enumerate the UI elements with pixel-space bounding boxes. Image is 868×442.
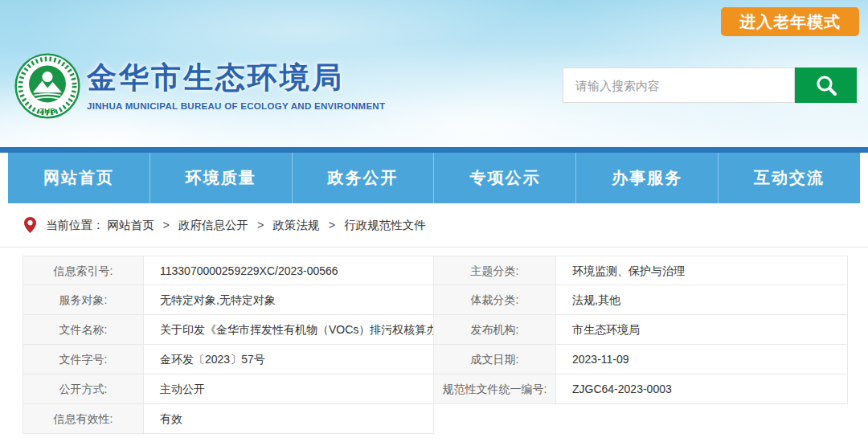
breadcrumb-item-policy[interactable]: 政策法规: [273, 219, 320, 231]
row-value: 市生态环境局: [556, 315, 847, 344]
row-value: 1133070000259229XC/2023-00566: [144, 256, 433, 284]
location-pin-icon: [24, 217, 36, 233]
row-label: 文件名称:: [23, 315, 144, 344]
site-header: 进入老年模式 ZHB 金华市生态环境局 JINHUA MUNICIPAL BUR…: [0, 0, 868, 147]
row-label: 成文日期:: [434, 345, 556, 374]
main-nav: 网站首页 环境质量 政务公开 专项公示 办事服务 互动交流: [8, 153, 860, 203]
row-value: 环境监测、保护与治理: [556, 256, 847, 284]
breadcrumb-separator: >: [257, 219, 264, 231]
table-row: 公开方式: 主动公开: [23, 374, 434, 404]
info-table-left-column: 信息索引号: 1133070000259229XC/2023-00566 服务对…: [23, 256, 434, 434]
table-row: 信息索引号: 1133070000259229XC/2023-00566: [23, 256, 434, 285]
row-value: ZJGC64-2023-0003: [556, 374, 847, 403]
nav-item-env-quality[interactable]: 环境质量: [150, 153, 293, 203]
breadcrumb-item-normative-docs[interactable]: 行政规范性文件: [344, 219, 426, 231]
breadcrumb-item-gov-info[interactable]: 政府信息公开: [178, 219, 248, 231]
site-brand: 金华市生态环境局 JINHUA MUNICIPAL BUREAU OF ECOL…: [87, 58, 385, 111]
row-label: 主题分类:: [434, 256, 556, 284]
site-title-english: JINHUA MUNICIPAL BUREAU OF ECOLOGY AND E…: [87, 101, 385, 111]
breadcrumb-bar: 当前位置： 网站首页 > 政府信息公开 > 政策法规 > 行政规范性文件: [0, 203, 868, 248]
search-bar: [563, 68, 857, 103]
table-row: 成文日期: 2023-11-09: [434, 345, 848, 374]
page: 进入老年模式 ZHB 金华市生态环境局 JINHUA MUNICIPAL BUR…: [0, 0, 868, 442]
row-value: 法规,其他: [556, 285, 847, 314]
row-value: 主动公开: [144, 374, 433, 403]
info-table-right-column: 主题分类: 环境监测、保护与治理 体裁分类: 法规,其他 发布机构: 市生态环境…: [434, 256, 848, 404]
table-row: 规范性文件统一编号: ZJGC64-2023-0003: [434, 374, 848, 404]
table-row: 文件字号: 金环发〔2023〕57号: [23, 345, 434, 374]
breadcrumb-prefix: 当前位置：: [46, 219, 104, 231]
search-input[interactable]: [563, 68, 795, 103]
nav-top-stripe: [0, 147, 868, 153]
table-row: 信息有效性: 有效: [23, 404, 434, 434]
row-value: 2023-11-09: [556, 345, 847, 374]
row-label: 发布机构:: [434, 315, 556, 344]
table-row: 主题分类: 环境监测、保护与治理: [434, 256, 848, 285]
row-label: 规范性文件统一编号:: [434, 374, 556, 403]
document-info-table: 信息索引号: 1133070000259229XC/2023-00566 服务对…: [23, 256, 848, 434]
nav-item-services[interactable]: 办事服务: [576, 153, 719, 203]
row-value: 金环发〔2023〕57号: [144, 345, 433, 374]
row-label: 服务对象:: [23, 285, 144, 314]
nav-item-gov-info[interactable]: 政务公开: [293, 153, 435, 203]
row-label: 信息索引号:: [23, 256, 144, 284]
nav-item-special[interactable]: 专项公示: [434, 153, 576, 203]
row-label: 公开方式:: [23, 374, 144, 403]
nav-item-home[interactable]: 网站首页: [8, 153, 150, 203]
table-row: 体裁分类: 法规,其他: [434, 285, 848, 315]
breadcrumb-item-home[interactable]: 网站首页: [108, 219, 154, 231]
breadcrumb-separator: >: [163, 219, 170, 231]
bureau-logo-icon[interactable]: ZHB: [14, 53, 80, 119]
elder-mode-button[interactable]: 进入老年模式: [721, 7, 859, 36]
row-value: 有效: [144, 404, 433, 433]
table-row: 文件名称: 关于印发《金华市挥发性有机物（VOCs）排污权核算办法（...: [23, 315, 434, 345]
breadcrumb: 当前位置： 网站首页 > 政府信息公开 > 政策法规 > 行政规范性文件: [46, 218, 426, 233]
site-title: 金华市生态环境局: [87, 58, 385, 98]
svg-text:ZHB: ZHB: [39, 106, 55, 115]
row-label: 体裁分类:: [434, 285, 556, 314]
search-icon: [814, 73, 838, 97]
search-button[interactable]: [795, 68, 857, 103]
row-label: 信息有效性:: [23, 404, 144, 433]
breadcrumb-separator: >: [329, 219, 335, 231]
nav-item-interaction[interactable]: 互动交流: [719, 153, 860, 203]
table-row: 服务对象: 无特定对象,无特定对象: [23, 285, 434, 315]
row-value: 无特定对象,无特定对象: [144, 285, 433, 314]
row-label: 文件字号:: [23, 345, 144, 374]
table-row: 发布机构: 市生态环境局: [434, 315, 848, 345]
row-value: 关于印发《金华市挥发性有机物（VOCs）排污权核算办法（...: [144, 315, 433, 344]
